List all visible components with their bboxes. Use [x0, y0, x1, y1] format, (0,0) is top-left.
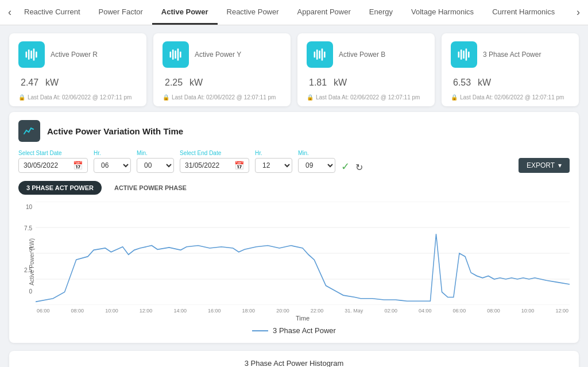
line-chart-svg	[36, 202, 570, 305]
chart-inner: Active Power (kW) 06:00 08:00 10:00 12:0…	[36, 202, 570, 322]
x-tick-1600: 16:00	[208, 308, 221, 314]
card-active-power-b: Active Power B 1.81 kW 🔒 Last Data At: 0…	[297, 33, 435, 106]
end-date-label: Select End Date	[180, 150, 249, 156]
toggle-row: 3 PHASE ACT POWER ACTIVE POWER PHASE	[18, 181, 570, 195]
chart-legend: 3 Phase Act Power	[18, 326, 570, 335]
svg-rect-16	[461, 49, 462, 60]
x-tick-1400: 14:00	[173, 308, 187, 314]
end-min-label: Min.	[298, 150, 335, 156]
y-tick-0: 0	[29, 288, 32, 295]
svg-rect-10	[314, 52, 316, 58]
tab-current-harmonics[interactable]: Current Harmonics	[483, 0, 564, 25]
card-footer-3phase: 🔒 Last Data At: 02/06/2022 @ 12:07:11 pm	[451, 94, 570, 101]
apply-button[interactable]: ✓	[341, 160, 350, 173]
tab-active-power[interactable]: Active Power	[152, 0, 218, 25]
export-button[interactable]: EXPORT ▾	[519, 158, 570, 173]
export-chevron-icon: ▾	[558, 161, 562, 169]
end-min-select[interactable]: 090015	[298, 158, 335, 173]
x-tick-31may: 31. May	[345, 308, 363, 314]
histogram-section: 3 Phase Act Power Histogram 2000 1 2 3 4…	[9, 351, 579, 367]
card-header-y: Active Power Y	[163, 41, 281, 68]
svg-rect-0	[26, 52, 28, 58]
svg-rect-18	[466, 49, 467, 61]
x-tick-0200: 02:00	[384, 308, 397, 314]
x-tick-0800: 08:00	[71, 308, 84, 314]
tab-apparent-power[interactable]: Apparent Power	[288, 0, 360, 25]
calendar-icon-end: 📅	[234, 161, 244, 170]
tab-list: Reactive Current Power Factor Active Pow…	[15, 0, 573, 25]
tab-reactive-current[interactable]: Reactive Current	[15, 0, 90, 25]
x-tick-1000b: 10:00	[521, 308, 535, 314]
svg-rect-5	[170, 52, 172, 58]
start-min-group: Min. 00153045	[137, 150, 174, 173]
card-value-y: 2.25 kW	[163, 71, 281, 90]
x-tick-0600b: 06:00	[453, 308, 466, 314]
svg-rect-13	[322, 49, 323, 61]
svg-rect-19	[468, 52, 470, 58]
cards-row: Active Power R 2.47 kW 🔒 Last Data At: 0…	[0, 25, 588, 112]
start-hr-label: Hr.	[94, 150, 131, 156]
start-date-group: Select Start Date 📅	[18, 150, 88, 173]
svg-rect-4	[36, 52, 37, 58]
x-tick-2000: 20:00	[276, 308, 289, 314]
export-label: EXPORT	[527, 161, 555, 169]
start-date-label: Select Start Date	[18, 150, 88, 156]
start-hr-select[interactable]: 060708	[94, 158, 131, 173]
card-footer-b: 🔒 Last Data At: 02/06/2022 @ 12:07:11 pm	[307, 94, 425, 101]
card-active-power-r: Active Power R 2.47 kW 🔒 Last Data At: 0…	[9, 33, 146, 106]
svg-rect-6	[172, 49, 174, 60]
card-footer-y: 🔒 Last Data At: 02/06/2022 @ 12:07:11 pm	[163, 94, 281, 101]
x-tick-1200: 12:00	[140, 308, 153, 314]
end-date-input-wrap: 📅	[180, 158, 249, 173]
end-hr-select[interactable]: 1213	[255, 158, 292, 173]
legend-label: 3 Phase Act Power	[273, 326, 336, 335]
tab-bar: ‹ Reactive Current Power Factor Active P…	[0, 0, 588, 25]
card-icon-3phase	[451, 41, 477, 68]
legend-line	[252, 330, 268, 331]
svg-rect-2	[30, 51, 32, 59]
card-header-3phase: 3 Phase Act Power	[451, 41, 570, 68]
tab-next-button[interactable]: ›	[573, 0, 583, 25]
end-min-group: Min. 090015	[298, 150, 335, 173]
end-date-input[interactable]	[185, 161, 231, 169]
tab-power-factor[interactable]: Power Factor	[90, 0, 152, 25]
start-min-label: Min.	[137, 150, 174, 156]
chart-container: 10 7.5 5 2.5 0 Active Power (kW) 06:00	[18, 202, 570, 322]
tab-prev-button[interactable]: ‹	[5, 0, 15, 25]
start-min-select[interactable]: 00153045	[137, 158, 174, 173]
svg-rect-11	[316, 49, 318, 60]
card-title-r: Active Power R	[51, 51, 98, 59]
card-title-y: Active Power Y	[195, 51, 241, 59]
card-value-r: 2.47 kW	[18, 71, 137, 90]
card-icon-y	[163, 41, 189, 68]
start-hr-group: Hr. 060708	[94, 150, 131, 173]
svg-rect-14	[324, 52, 326, 58]
x-tick-1000: 10:00	[105, 308, 118, 314]
chart-icon-box	[18, 120, 40, 142]
toggle-3phase-button[interactable]: 3 PHASE ACT POWER	[18, 181, 102, 195]
tab-energy[interactable]: Energy	[360, 0, 402, 25]
card-value-3phase: 6.53 kW	[451, 71, 570, 90]
toggle-phase-button[interactable]: ACTIVE POWER PHASE	[106, 181, 195, 195]
svg-rect-7	[175, 51, 176, 59]
refresh-button[interactable]: ↻	[355, 162, 363, 173]
tab-reactive-power[interactable]: Reactive Power	[218, 0, 288, 25]
chart-section: Active Power Variation With Time Select …	[9, 112, 579, 343]
card-icon-b	[307, 41, 333, 68]
card-title-b: Active Power B	[339, 51, 385, 59]
svg-rect-12	[319, 51, 320, 59]
card-value-b: 1.81 kW	[307, 71, 425, 90]
chart-section-header: Active Power Variation With Time	[18, 120, 570, 142]
svg-rect-1	[28, 49, 30, 60]
x-tick-0600: 06:00	[37, 308, 50, 314]
svg-rect-15	[458, 52, 460, 58]
card-3phase-act-power: 3 Phase Act Power 6.53 kW 🔒 Last Data At…	[442, 33, 579, 106]
x-axis-ticks: 06:00 08:00 10:00 12:00 14:00 16:00 18:0…	[36, 308, 570, 314]
histogram-title: 3 Phase Act Power Histogram	[18, 359, 570, 367]
tab-voltage-harmonics[interactable]: Voltage Harmonics	[402, 0, 483, 25]
svg-rect-3	[33, 49, 35, 61]
start-date-input[interactable]	[24, 161, 69, 169]
svg-rect-9	[180, 52, 181, 58]
x-axis-label: Time	[36, 315, 570, 322]
x-tick-0800b: 08:00	[487, 308, 500, 314]
